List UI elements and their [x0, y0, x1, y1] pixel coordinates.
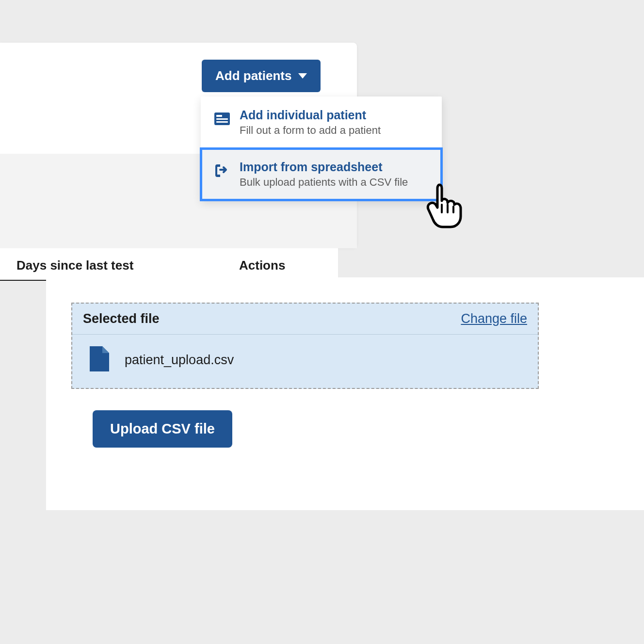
svg-rect-2 [216, 118, 228, 120]
dropdown-item-add-individual[interactable]: Add individual patient Fill out a form t… [201, 97, 442, 148]
dropdown-item-desc: Bulk upload patients with a CSV file [240, 176, 428, 189]
id-card-icon [214, 111, 230, 127]
selected-file-box: Selected file Change file patient_upload… [71, 303, 539, 389]
filename: patient_upload.csv [125, 353, 234, 368]
dropdown-item-title: Import from spreadsheet [240, 160, 428, 174]
add-patients-button-label: Add patients [215, 68, 291, 83]
add-patients-dropdown: Add individual patient Fill out a form t… [201, 97, 442, 200]
dropdown-item-import-spreadsheet[interactable]: Import from spreadsheet Bulk upload pati… [201, 148, 442, 200]
selected-file-label: Selected file [83, 311, 160, 326]
svg-rect-1 [216, 115, 222, 117]
file-row: patient_upload.csv [72, 335, 538, 388]
caret-down-icon [298, 73, 307, 79]
file-icon [89, 345, 110, 374]
add-patients-button[interactable]: Add patients [202, 60, 321, 92]
change-file-link[interactable]: Change file [461, 311, 527, 326]
table-header-row: Days since last test Actions [0, 248, 338, 281]
import-icon [214, 163, 230, 178]
column-header-days: Days since last test [16, 258, 239, 273]
dropdown-item-desc: Fill out a form to add a patient [240, 124, 428, 137]
upload-panel: Selected file Change file patient_upload… [46, 277, 644, 510]
svg-rect-3 [216, 121, 228, 123]
file-box-header: Selected file Change file [72, 304, 538, 335]
upload-csv-button[interactable]: Upload CSV file [93, 410, 232, 448]
column-header-actions: Actions [239, 258, 285, 273]
dropdown-item-title: Add individual patient [240, 108, 428, 122]
